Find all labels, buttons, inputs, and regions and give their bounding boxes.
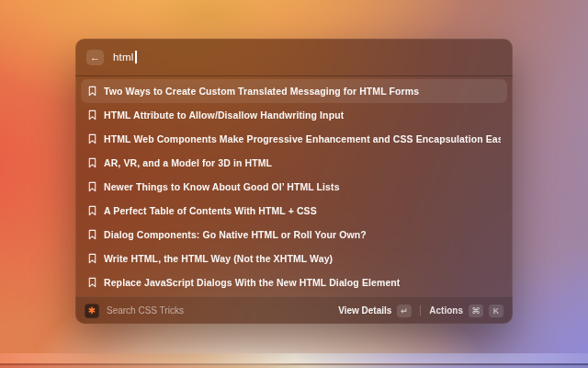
search-query-text: html — [113, 52, 134, 63]
bookmark-icon — [87, 205, 97, 216]
list-item[interactable]: HTML Web Components Make Progressive Enh… — [81, 127, 507, 151]
bookmark-icon — [87, 181, 97, 192]
search-input[interactable]: html — [113, 51, 502, 63]
css-tricks-logo-icon: ✱ — [85, 304, 99, 318]
footer-divider — [420, 305, 421, 316]
bookmark-icon — [87, 109, 97, 121]
list-item[interactable]: HTML Attribute to Allow/Disallow Handwri… — [81, 103, 507, 127]
bookmark-icon — [87, 277, 97, 288]
result-title: HTML Attribute to Allow/Disallow Handwri… — [104, 109, 344, 121]
result-title: Dialog Components: Go Native HTML or Rol… — [104, 229, 367, 240]
result-title: Newer Things to Know About Good Ol’ HTML… — [104, 181, 340, 192]
list-item[interactable]: AR, VR, and a Model for 3D in HTML — [81, 151, 507, 175]
wallpaper-bottom-edge — [0, 365, 588, 368]
footer-app-info: ✱ Search CSS Tricks — [85, 304, 184, 318]
back-arrow-icon: ← — [90, 52, 100, 63]
list-item[interactable]: A Perfect Table of Contents With HTML + … — [81, 199, 507, 223]
launcher-window: ← html Two Ways to Create Custom Transla… — [75, 39, 513, 324]
back-button[interactable]: ← — [86, 50, 104, 65]
result-title: Replace JavaScript Dialogs With the New … — [104, 277, 400, 288]
results-list: Two Ways to Create Custom Translated Mes… — [75, 76, 513, 296]
list-item[interactable]: Two Ways to Create Custom Translated Mes… — [81, 79, 507, 103]
return-key-icon[interactable]: ↵ — [397, 305, 412, 317]
list-item[interactable]: Newer Things to Know About Good Ol’ HTML… — [81, 175, 507, 199]
k-key-icon[interactable]: K — [489, 305, 503, 317]
command-key-icon[interactable]: ⌘ — [469, 305, 483, 317]
result-title: A Perfect Table of Contents With HTML + … — [104, 205, 317, 216]
bookmark-icon — [87, 229, 97, 240]
result-title: Two Ways to Create Custom Translated Mes… — [104, 86, 419, 97]
result-title: HTML Web Components Make Progressive Enh… — [104, 133, 501, 144]
result-title: AR, VR, and a Model for 3D in HTML — [104, 157, 272, 168]
wallpaper-bottom-band — [0, 353, 588, 363]
footer-bar: ✱ Search CSS Tricks View Details ↵ Actio… — [75, 296, 513, 324]
bookmark-icon — [87, 157, 97, 168]
bookmark-icon — [87, 253, 97, 264]
footer-app-label: Search CSS Tricks — [107, 305, 184, 316]
list-item[interactable]: Write HTML, the HTML Way (Not the XHTML … — [81, 247, 507, 270]
result-title: Write HTML, the HTML Way (Not the XHTML … — [104, 253, 333, 264]
list-item[interactable]: Replace JavaScript Dialogs With the New … — [81, 270, 507, 294]
text-caret — [135, 51, 137, 63]
actions-button[interactable]: Actions — [429, 305, 463, 316]
bookmark-icon — [87, 133, 97, 144]
bookmark-icon — [87, 86, 97, 97]
star-glyph: ✱ — [88, 305, 96, 315]
footer-actions: View Details ↵ Actions ⌘ K — [338, 305, 503, 317]
view-details-button[interactable]: View Details — [338, 305, 391, 316]
search-bar: ← html — [75, 39, 513, 75]
list-item[interactable]: Dialog Components: Go Native HTML or Rol… — [81, 223, 507, 247]
